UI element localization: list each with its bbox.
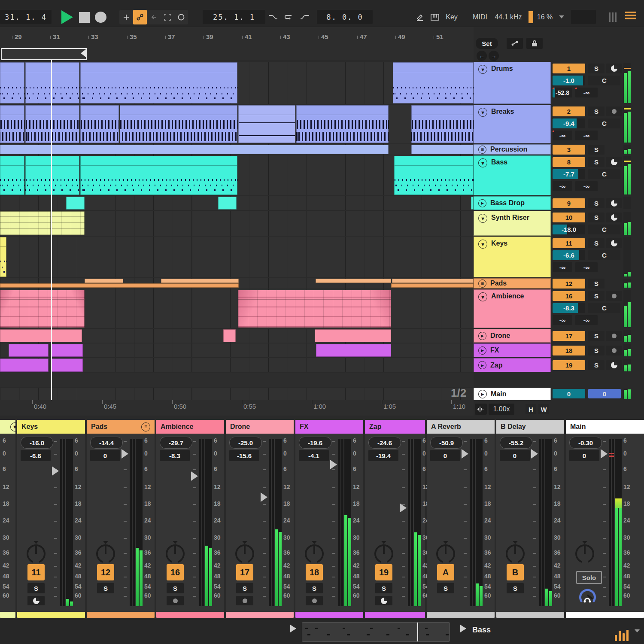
channel-number-a-reverb[interactable]: A <box>437 564 454 580</box>
draw-mode-icon[interactable] <box>413 10 427 24</box>
punch-out-icon[interactable] <box>298 10 312 24</box>
track-header-breaks[interactable]: ▾Breaks <box>474 105 551 143</box>
pan-display-bass[interactable]: C <box>588 169 620 179</box>
clip-drone[interactable] <box>0 329 82 342</box>
computer-midi-keyboard-icon[interactable] <box>428 10 442 24</box>
solo-button-bass[interactable]: S <box>588 157 605 167</box>
pan-knob-a-reverb[interactable] <box>436 544 455 563</box>
solo-button-main[interactable]: Solo <box>576 571 602 584</box>
crossfade-strip-zap[interactable] <box>365 612 425 618</box>
clip-percussion[interactable] <box>0 145 389 154</box>
solo-button-fx[interactable]: S <box>588 346 605 355</box>
mixer-header-partial[interactable]: ▾ <box>0 420 15 434</box>
fader-track-drone[interactable] <box>269 439 274 606</box>
track-number-synth-riser[interactable]: 10 <box>553 213 585 222</box>
arm-button-drone[interactable] <box>236 596 253 605</box>
clip-pads[interactable] <box>391 283 474 288</box>
pan-knob-main[interactable] <box>575 544 594 563</box>
peak-display-pads[interactable]: -14.4 <box>90 437 123 449</box>
fader-track-fx[interactable] <box>338 439 343 606</box>
clip-zap[interactable] <box>51 358 83 372</box>
track-header-pads[interactable]: ≡Pads <box>474 278 551 289</box>
fader-handle-fx[interactable] <box>330 460 337 469</box>
main-volume-display[interactable]: 0 <box>553 389 585 398</box>
peak-display-main[interactable]: -0.30 <box>569 437 602 449</box>
solo-button-percussion[interactable]: S <box>588 145 605 155</box>
clip-play-icon[interactable] <box>290 625 296 632</box>
arm-button-drone[interactable] <box>606 331 622 341</box>
mixer-header-b-delay[interactable]: B Delay <box>496 420 564 434</box>
fader-handle-b-delay[interactable] <box>531 449 538 459</box>
fader-track-keys[interactable] <box>60 439 65 606</box>
track-number-ambience[interactable]: 16 <box>553 291 585 301</box>
track-header-zap[interactable]: ▸Zap <box>474 358 551 372</box>
capture-midi-icon[interactable] <box>161 10 174 24</box>
volume-display-breaks[interactable]: -9.4 <box>553 118 585 128</box>
history-back-button[interactable]: ← <box>477 51 487 61</box>
clip-breaks[interactable] <box>25 105 79 143</box>
track-header-fx[interactable]: ▸FX <box>474 343 551 357</box>
arm-button-drums[interactable] <box>606 64 622 73</box>
track-header-bass[interactable]: ▾Bass <box>474 155 551 195</box>
solo-button-ambience[interactable]: S <box>588 291 605 301</box>
pan-knob-zap[interactable] <box>374 544 393 563</box>
collapse-triangle-icon[interactable]: ▾ <box>478 108 487 117</box>
mixer-header-drone[interactable]: Drone <box>226 420 294 434</box>
track-header-keys[interactable]: ▾Keys <box>474 237 551 277</box>
width-button[interactable]: W <box>538 404 549 414</box>
loop-brace[interactable] <box>1 48 87 60</box>
solo-button-ambience[interactable]: S <box>167 583 184 593</box>
playback-speed-display[interactable]: 1.00x <box>489 404 514 415</box>
volume-display-a-reverb[interactable]: 0 <box>430 450 460 461</box>
arrangement-position-display[interactable]: 31. 1. 4 <box>0 10 52 24</box>
fader-handle-main[interactable] <box>601 449 608 459</box>
pan-knob-drone[interactable] <box>235 544 254 563</box>
solo-button-synth-riser[interactable]: S <box>588 213 605 222</box>
track-header-percussion[interactable]: ≡Percussion <box>474 144 551 155</box>
clip-breaks[interactable] <box>120 105 237 143</box>
re-enable-automation-icon[interactable] <box>147 10 161 24</box>
clip-ambience[interactable] <box>238 290 391 328</box>
peak-display-b-delay[interactable]: -55.2 <box>500 437 532 449</box>
volume-display-synth-riser[interactable]: -18.0 <box>553 225 585 234</box>
clip-bass[interactable] <box>80 156 237 195</box>
volume-display-ambience[interactable]: -8.3 <box>160 450 190 461</box>
send-b-display-bass[interactable]: -∞ <box>575 181 598 191</box>
mixer-header-main[interactable]: Main <box>566 420 644 434</box>
send-b-display-keys[interactable]: -∞ <box>575 262 598 272</box>
loop-length-display[interactable]: 8. 0. 0 <box>317 10 373 24</box>
clip-ambience[interactable] <box>0 290 85 328</box>
mixer-header-keys[interactable]: Keys <box>17 420 85 434</box>
track-header-drums[interactable]: ▾Drums <box>474 62 551 104</box>
arm-button-bass[interactable] <box>606 157 622 167</box>
fold-play-icon[interactable]: ▸ <box>478 346 486 355</box>
fader-track-b-delay[interactable] <box>539 439 544 606</box>
send-a-display-ambience[interactable]: -∞ <box>553 315 572 325</box>
pan-knob-keys[interactable] <box>27 544 46 563</box>
clip-bass[interactable] <box>394 156 474 195</box>
audition-waveform-icon[interactable] <box>475 404 487 415</box>
send-a-display-bass[interactable]: -∞ <box>553 181 572 191</box>
collapse-triangle-icon[interactable]: ▾ <box>478 240 487 249</box>
solo-button-drone[interactable]: S <box>588 331 605 341</box>
solo-button-drums[interactable]: S <box>588 64 605 73</box>
clip-fx[interactable] <box>316 344 391 357</box>
volume-display-zap[interactable]: -19.4 <box>368 450 398 461</box>
volume-display-keys[interactable]: -6.6 <box>553 250 585 260</box>
pan-knob-b-delay[interactable] <box>506 544 525 563</box>
send-b-display-ambience[interactable]: -∞ <box>575 315 598 325</box>
device-play-icon[interactable] <box>460 625 466 632</box>
clip-bass-drop[interactable] <box>218 197 237 210</box>
clip-breaks[interactable] <box>296 105 389 143</box>
clip-pads[interactable] <box>161 279 239 283</box>
clip-bass-drop[interactable] <box>66 197 85 210</box>
crossfade-strip-fx[interactable] <box>295 612 363 618</box>
clip-pads[interactable] <box>392 279 474 283</box>
clip-keys[interactable] <box>0 237 6 277</box>
fader-handle-a-reverb[interactable] <box>462 449 468 459</box>
cue-volume-knob[interactable] <box>577 585 598 605</box>
mixer-header-ambience[interactable]: Ambience <box>156 420 224 434</box>
link-icon[interactable] <box>507 38 523 49</box>
pan-knob-pads[interactable] <box>96 544 115 563</box>
arm-button-bass-drop[interactable] <box>606 198 622 208</box>
